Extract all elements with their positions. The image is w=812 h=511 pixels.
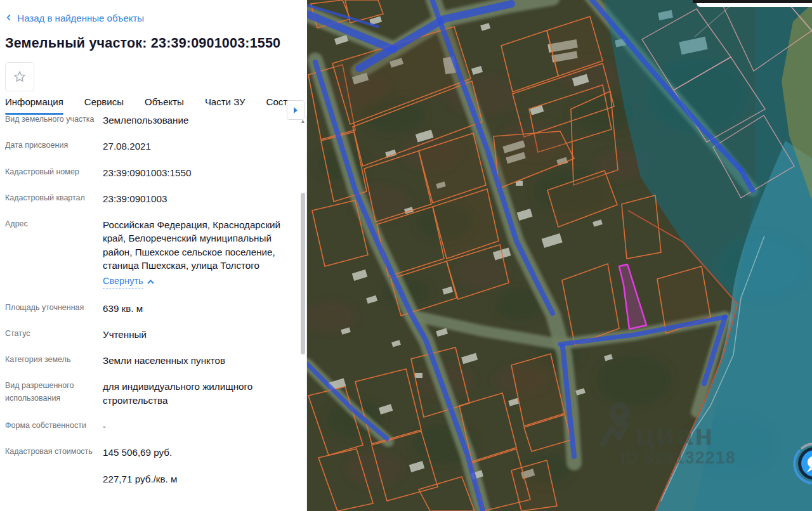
map-viewport[interactable]: циан ID 329132218 xyxy=(307,0,812,511)
info-row-kind: Вид земельного участкаЗемлепользование xyxy=(5,115,297,133)
row-label: Вид земельного участка xyxy=(5,115,98,127)
row-value: Земли населенных пунктов xyxy=(103,354,293,367)
tab-Части ЗУ[interactable]: Части ЗУ xyxy=(205,96,246,115)
row-label xyxy=(5,472,98,486)
row-value: Учтенный xyxy=(103,328,293,341)
chevron-up-icon xyxy=(147,280,154,284)
back-link-label: Назад в найденные объекты xyxy=(17,13,144,23)
row-value: 145 506,69 руб. xyxy=(103,446,293,459)
row-value: 23:39:0901003:1550 xyxy=(103,166,293,179)
tabs-scroll-right-button[interactable] xyxy=(287,100,304,120)
info-row-address: АдресРоссийская Федерация, Краснодарский… xyxy=(5,212,297,295)
info-row-usage: Вид разрешенного использованиядля индиви… xyxy=(5,373,297,413)
info-row-unitcost: 227,71 руб./кв. м xyxy=(5,466,297,492)
row-label: Дата присвоения xyxy=(5,139,98,153)
favorite-button[interactable] xyxy=(5,62,34,91)
tab-Информация[interactable]: Информация xyxy=(5,96,63,115)
info-row-date: Дата присвоения27.08.2021 xyxy=(5,133,297,159)
tab-Объекты[interactable]: Объекты xyxy=(145,96,184,115)
back-link[interactable]: ‹ Назад в найденные объекты xyxy=(6,13,144,23)
row-label: Категория земель xyxy=(5,354,98,367)
row-label: Кадастровый номер xyxy=(5,166,98,179)
row-label: Адрес xyxy=(5,218,98,288)
info-row-area: Площадь уточненная639 кв. м xyxy=(5,295,297,321)
row-label: Кадастровый квартал xyxy=(5,192,98,205)
info-scroll-area[interactable]: Вид земельного участкаЗемлепользованиеДа… xyxy=(5,115,297,511)
tab-Сервисы[interactable]: Сервисы xyxy=(84,96,124,115)
info-row-category: Категория земельЗемли населенных пунктов xyxy=(5,347,297,373)
row-value: - xyxy=(103,420,293,433)
star-icon xyxy=(13,70,27,84)
row-label: Вид разрешенного использования xyxy=(5,380,98,407)
row-value: Землепользование xyxy=(103,115,293,127)
chevron-right-icon xyxy=(292,107,299,113)
info-row-ownership: Форма собственности- xyxy=(5,413,297,439)
row-value: для индивидуального жилищного строительс… xyxy=(103,380,293,407)
scrollbar[interactable]: ▲ xyxy=(300,118,306,511)
row-value: 23:39:0901003 xyxy=(103,192,293,205)
top-toolbar-white-strip xyxy=(697,3,812,7)
chevron-left-icon: ‹ xyxy=(6,13,11,22)
row-label: Кадастровая стоимость xyxy=(5,446,98,459)
watermark-id: ID 329132218 xyxy=(620,448,736,467)
tabs-bar: ИнформацияСервисыОбъектыЧасти ЗУСостав xyxy=(0,94,291,115)
info-row-cadnum: Кадастровый номер23:39:0901003:1550 xyxy=(5,160,297,186)
watermark-brand: циан xyxy=(636,418,714,451)
row-value: Российская Федерация, Краснодарский край… xyxy=(103,218,293,288)
info-row-quarter: Кадастровый квартал23:39:0901003 xyxy=(5,186,297,212)
collapse-link[interactable]: Свернуть xyxy=(103,275,154,288)
info-row-status: СтатусУчтенный xyxy=(5,321,297,347)
scrollbar-thumb[interactable] xyxy=(301,193,305,354)
cadastral-map-app: ‹ Назад в найденные объекты Земельный уч… xyxy=(0,0,812,511)
row-value: 639 кв. м xyxy=(103,302,293,315)
top-toolbar-remnant xyxy=(693,0,812,3)
row-label: Площадь уточненная xyxy=(5,302,98,315)
row-value: 227,71 руб./кв. м xyxy=(103,472,293,486)
row-label: Форма собственности xyxy=(5,420,98,433)
row-label: Статус xyxy=(5,328,98,341)
scroll-up-arrow[interactable]: ▲ xyxy=(300,118,306,124)
page-title: Земельный участок: 23:39:0901003:1550 xyxy=(5,36,280,51)
object-info-panel: ‹ Назад в найденные объекты Земельный уч… xyxy=(0,0,307,511)
info-row-cost: Кадастровая стоимость145 506,69 руб. xyxy=(5,439,297,465)
row-value: 27.08.2021 xyxy=(103,139,293,153)
